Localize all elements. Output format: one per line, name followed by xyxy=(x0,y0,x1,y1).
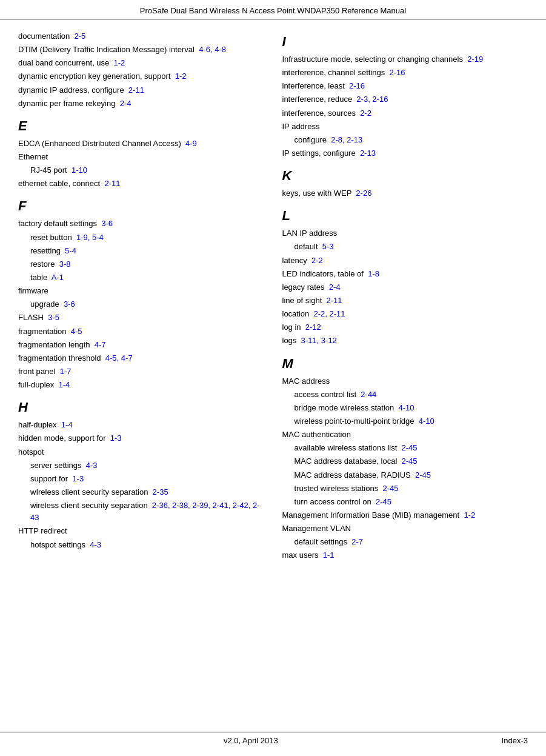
list-item: legacy rates 2-4 xyxy=(282,281,528,293)
list-item: max users 1-1 xyxy=(282,549,528,561)
list-item: Infrastructure mode, selecting or changi… xyxy=(282,53,528,65)
list-item: firmware xyxy=(18,285,264,297)
list-item: default 5-3 xyxy=(282,241,528,253)
list-item: wIreless client security separation 2-35 xyxy=(18,486,264,498)
page-footer: v2.0, April 2013 Index-3 xyxy=(0,732,546,745)
list-item: hotspot settings 4-3 xyxy=(18,539,264,551)
list-item: line of sight 2-11 xyxy=(282,295,528,307)
list-item: resetting 5-4 xyxy=(18,245,264,257)
list-item: factory default settings 3-6 xyxy=(18,218,264,230)
page-header: ProSafe Dual Band Wireless N Access Poin… xyxy=(0,0,546,19)
list-item: half-duplex 1-4 xyxy=(18,419,264,431)
list-item: dual band concurrent, use 1-2 xyxy=(18,57,264,69)
list-item: MAC authentication xyxy=(282,429,528,441)
list-item: interference, least 2-16 xyxy=(282,80,528,92)
list-item: interference, sources 2-2 xyxy=(282,107,528,119)
list-item: EDCA (Enhanced Distributed Channel Acces… xyxy=(18,138,264,150)
list-item: ethernet cable, connect 2-11 xyxy=(18,178,264,190)
list-item: FLASH 3-5 xyxy=(18,312,264,324)
list-item: upgrade 3-6 xyxy=(18,298,264,310)
list-item: LAN IP address xyxy=(282,227,528,239)
list-item: Management VLAN xyxy=(282,523,528,535)
list-item: RJ-45 port 1-10 xyxy=(18,164,264,176)
list-item: interference, channel settings 2-16 xyxy=(282,67,528,79)
list-item: default settings 2-7 xyxy=(282,536,528,548)
list-item: wireless point-to-multi-point bridge 4-1… xyxy=(282,415,528,427)
list-item: full-duplex 1-4 xyxy=(18,379,264,391)
right-column: IInfrastructure mode, selecting or chang… xyxy=(282,25,528,563)
list-item: Ethernet xyxy=(18,151,264,163)
list-item: restore 3-8 xyxy=(18,258,264,270)
list-item: fragmentation length 4-7 xyxy=(18,339,264,351)
left-column: documentation 2-5DTIM (Delivery Traffic … xyxy=(18,25,264,563)
list-item: fragmentation 4-5 xyxy=(18,326,264,338)
list-item: available wireless stations list 2-45 xyxy=(282,442,528,454)
section-letter-h: H xyxy=(18,400,264,415)
list-item: dynamic encryption key generation, suppo… xyxy=(18,70,264,82)
list-item: configure 2-8, 2-13 xyxy=(282,134,528,146)
list-item: log in 2-12 xyxy=(282,321,528,333)
list-item: DTIM (Delivery Traffic Indication Messag… xyxy=(18,44,264,56)
section-letter-i: I xyxy=(282,34,528,50)
list-item: access control list 2-44 xyxy=(282,389,528,401)
list-item: dynamic IP address, configure 2-11 xyxy=(18,84,264,96)
list-item: interference, reduce 2-3, 2-16 xyxy=(282,93,528,105)
section-letter-m: M xyxy=(282,356,528,372)
list-item: turn access control on 2-45 xyxy=(282,496,528,508)
list-item: trusted wireless stations 2-45 xyxy=(282,483,528,495)
list-item: HTTP redirect xyxy=(18,525,264,537)
list-item: wireless client security separation 2-36… xyxy=(18,500,264,524)
list-item: server settings 4-3 xyxy=(18,460,264,472)
list-item: logs 3-11, 3-12 xyxy=(282,335,528,347)
list-item: documentation 2-5 xyxy=(18,30,264,42)
list-item: MAC address database, RADIUS 2-45 xyxy=(282,469,528,481)
list-item: reset button 1-9, 5-4 xyxy=(18,232,264,244)
list-item: hotspot xyxy=(18,446,264,458)
list-item: fragmentation threshold 4-5, 4-7 xyxy=(18,352,264,364)
list-item: IP address xyxy=(282,121,528,133)
section-letter-f: F xyxy=(18,198,264,214)
list-item: table A-1 xyxy=(18,272,264,284)
list-item: IP settings, configure 2-13 xyxy=(282,147,528,159)
list-item: MAC address xyxy=(282,375,528,387)
list-item: location 2-2, 2-11 xyxy=(282,308,528,320)
list-item: hidden mode, support for 1-3 xyxy=(18,432,264,444)
list-item: MAC address database, local 2-45 xyxy=(282,455,528,467)
section-letter-l: L xyxy=(282,208,528,224)
list-item: dynamic per frame rekeying 2-4 xyxy=(18,98,264,110)
list-item: keys, use with WEP 2-26 xyxy=(282,187,528,199)
list-item: bridge mode wireless station 4-10 xyxy=(282,402,528,414)
list-item: front panel 1-7 xyxy=(18,366,264,378)
section-letter-e: E xyxy=(18,118,264,134)
list-item: LED indicators, table of 1-8 xyxy=(282,268,528,280)
list-item: support for 1-3 xyxy=(18,473,264,485)
list-item: Management Information Base (MIB) manage… xyxy=(282,509,528,521)
section-letter-k: K xyxy=(282,168,528,184)
list-item: latency 2-2 xyxy=(282,255,528,267)
